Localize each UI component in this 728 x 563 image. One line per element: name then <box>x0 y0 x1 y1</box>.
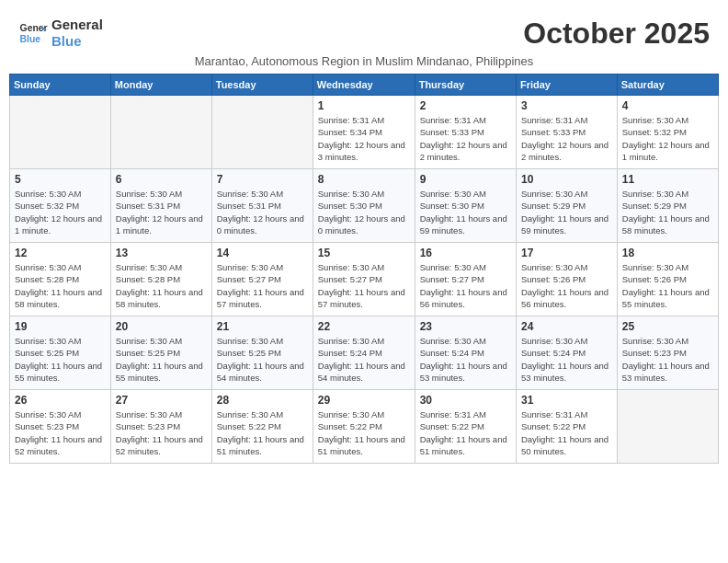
calendar-cell: 19Sunrise: 5:30 AMSunset: 5:25 PMDayligh… <box>10 316 111 390</box>
day-info: Sunrise: 5:30 AMSunset: 5:28 PMDaylight:… <box>15 261 106 310</box>
day-info: Sunrise: 5:31 AMSunset: 5:33 PMDaylight:… <box>521 114 612 163</box>
calendar-cell <box>617 390 718 464</box>
day-number: 19 <box>15 320 106 333</box>
calendar-week-3: 12Sunrise: 5:30 AMSunset: 5:28 PMDayligh… <box>10 243 719 316</box>
calendar-cell: 17Sunrise: 5:30 AMSunset: 5:26 PMDayligh… <box>516 243 617 316</box>
calendar-cell: 31Sunrise: 5:31 AMSunset: 5:22 PMDayligh… <box>516 390 617 464</box>
day-info: Sunrise: 5:31 AMSunset: 5:22 PMDaylight:… <box>521 408 612 457</box>
day-number: 14 <box>217 247 308 259</box>
calendar-body: 1Sunrise: 5:31 AMSunset: 5:34 PMDaylight… <box>10 96 719 464</box>
day-number: 22 <box>318 320 410 333</box>
day-info: Sunrise: 5:30 AMSunset: 5:28 PMDaylight:… <box>116 261 207 310</box>
day-info: Sunrise: 5:30 AMSunset: 5:26 PMDaylight:… <box>622 261 713 310</box>
day-info: Sunrise: 5:31 AMSunset: 5:22 PMDaylight:… <box>420 408 511 457</box>
day-info: Sunrise: 5:30 AMSunset: 5:29 PMDaylight:… <box>521 188 612 236</box>
calendar-cell: 23Sunrise: 5:30 AMSunset: 5:24 PMDayligh… <box>415 316 516 390</box>
day-number: 6 <box>116 173 207 186</box>
day-number: 9 <box>420 173 511 186</box>
day-number: 3 <box>521 99 612 112</box>
calendar-cell <box>110 96 211 169</box>
calendar-cell: 12Sunrise: 5:30 AMSunset: 5:28 PMDayligh… <box>10 243 111 316</box>
day-number: 26 <box>15 394 106 407</box>
day-info: Sunrise: 5:31 AMSunset: 5:34 PMDaylight:… <box>318 114 410 163</box>
calendar-cell: 5Sunrise: 5:30 AMSunset: 5:32 PMDaylight… <box>10 169 111 243</box>
calendar-cell: 21Sunrise: 5:30 AMSunset: 5:25 PMDayligh… <box>211 316 313 390</box>
day-number: 17 <box>521 247 612 259</box>
day-number: 5 <box>15 173 106 186</box>
calendar-cell: 15Sunrise: 5:30 AMSunset: 5:27 PMDayligh… <box>313 243 415 316</box>
day-number: 20 <box>116 320 207 333</box>
day-number: 1 <box>318 99 410 112</box>
day-number: 13 <box>116 247 207 259</box>
calendar-cell: 8Sunrise: 5:30 AMSunset: 5:30 PMDaylight… <box>313 169 415 243</box>
day-info: Sunrise: 5:30 AMSunset: 5:25 PMDaylight:… <box>15 335 106 384</box>
day-number: 7 <box>217 173 308 186</box>
day-info: Sunrise: 5:30 AMSunset: 5:23 PMDaylight:… <box>622 335 713 384</box>
day-number: 2 <box>420 99 511 112</box>
day-info: Sunrise: 5:30 AMSunset: 5:31 PMDaylight:… <box>116 188 207 236</box>
day-number: 10 <box>521 173 612 186</box>
calendar-cell: 3Sunrise: 5:31 AMSunset: 5:33 PMDaylight… <box>516 96 617 169</box>
day-info: Sunrise: 5:30 AMSunset: 5:29 PMDaylight:… <box>622 188 713 236</box>
day-header-wednesday: Wednesday <box>313 75 415 96</box>
subtitle: Marantao, Autonomous Region in Muslim Mi… <box>9 54 719 74</box>
calendar-cell: 9Sunrise: 5:30 AMSunset: 5:30 PMDaylight… <box>415 169 516 243</box>
day-number: 18 <box>622 247 713 259</box>
header-row: SundayMondayTuesdayWednesdayThursdayFrid… <box>10 75 719 96</box>
day-header-friday: Friday <box>516 75 617 96</box>
day-info: Sunrise: 5:31 AMSunset: 5:33 PMDaylight:… <box>420 114 511 163</box>
day-number: 11 <box>622 173 713 186</box>
svg-text:Blue: Blue <box>20 34 41 44</box>
day-number: 4 <box>622 99 713 112</box>
day-number: 21 <box>217 320 308 333</box>
day-info: Sunrise: 5:30 AMSunset: 5:30 PMDaylight:… <box>318 188 410 236</box>
logo-line1: General <box>51 17 103 33</box>
day-info: Sunrise: 5:30 AMSunset: 5:24 PMDaylight:… <box>318 335 410 384</box>
day-info: Sunrise: 5:30 AMSunset: 5:24 PMDaylight:… <box>420 335 511 384</box>
calendar-week-4: 19Sunrise: 5:30 AMSunset: 5:25 PMDayligh… <box>10 316 719 390</box>
calendar-week-1: 1Sunrise: 5:31 AMSunset: 5:34 PMDaylight… <box>10 96 719 169</box>
calendar-week-2: 5Sunrise: 5:30 AMSunset: 5:32 PMDaylight… <box>10 169 719 243</box>
day-info: Sunrise: 5:30 AMSunset: 5:26 PMDaylight:… <box>521 261 612 310</box>
calendar-cell: 14Sunrise: 5:30 AMSunset: 5:27 PMDayligh… <box>211 243 313 316</box>
day-number: 30 <box>420 394 511 407</box>
day-header-tuesday: Tuesday <box>211 75 313 96</box>
calendar-cell: 30Sunrise: 5:31 AMSunset: 5:22 PMDayligh… <box>415 390 516 464</box>
day-number: 27 <box>116 394 207 407</box>
logo: General Blue General Blue <box>18 17 103 50</box>
day-info: Sunrise: 5:30 AMSunset: 5:32 PMDaylight:… <box>15 188 106 236</box>
day-info: Sunrise: 5:30 AMSunset: 5:27 PMDaylight:… <box>217 261 308 310</box>
day-number: 24 <box>521 320 612 333</box>
title-section: October 2025 <box>523 17 710 51</box>
calendar-cell: 28Sunrise: 5:30 AMSunset: 5:22 PMDayligh… <box>211 390 313 464</box>
page-header: General Blue General Blue October 2025 <box>9 9 719 54</box>
calendar-cell: 1Sunrise: 5:31 AMSunset: 5:34 PMDaylight… <box>313 96 415 169</box>
calendar-cell: 7Sunrise: 5:30 AMSunset: 5:31 PMDaylight… <box>211 169 313 243</box>
calendar-cell: 24Sunrise: 5:30 AMSunset: 5:24 PMDayligh… <box>516 316 617 390</box>
day-info: Sunrise: 5:30 AMSunset: 5:24 PMDaylight:… <box>521 335 612 384</box>
calendar-cell: 27Sunrise: 5:30 AMSunset: 5:23 PMDayligh… <box>110 390 211 464</box>
calendar-cell: 20Sunrise: 5:30 AMSunset: 5:25 PMDayligh… <box>110 316 211 390</box>
day-info: Sunrise: 5:30 AMSunset: 5:23 PMDaylight:… <box>15 408 106 457</box>
calendar-cell: 16Sunrise: 5:30 AMSunset: 5:27 PMDayligh… <box>415 243 516 316</box>
calendar-table: SundayMondayTuesdayWednesdayThursdayFrid… <box>9 74 719 464</box>
day-info: Sunrise: 5:30 AMSunset: 5:32 PMDaylight:… <box>622 114 713 163</box>
calendar-cell <box>211 96 313 169</box>
calendar-cell: 10Sunrise: 5:30 AMSunset: 5:29 PMDayligh… <box>516 169 617 243</box>
day-info: Sunrise: 5:30 AMSunset: 5:25 PMDaylight:… <box>116 335 207 384</box>
day-info: Sunrise: 5:30 AMSunset: 5:27 PMDaylight:… <box>318 261 410 310</box>
day-number: 28 <box>217 394 308 407</box>
calendar-cell: 22Sunrise: 5:30 AMSunset: 5:24 PMDayligh… <box>313 316 415 390</box>
calendar-cell: 18Sunrise: 5:30 AMSunset: 5:26 PMDayligh… <box>617 243 718 316</box>
day-info: Sunrise: 5:30 AMSunset: 5:23 PMDaylight:… <box>116 408 207 457</box>
calendar-week-5: 26Sunrise: 5:30 AMSunset: 5:23 PMDayligh… <box>10 390 719 464</box>
calendar-cell: 25Sunrise: 5:30 AMSunset: 5:23 PMDayligh… <box>617 316 718 390</box>
day-number: 29 <box>318 394 410 407</box>
month-title: October 2025 <box>523 17 710 51</box>
day-number: 15 <box>318 247 410 259</box>
calendar-cell: 13Sunrise: 5:30 AMSunset: 5:28 PMDayligh… <box>110 243 211 316</box>
day-info: Sunrise: 5:30 AMSunset: 5:22 PMDaylight:… <box>318 408 410 457</box>
calendar-cell: 26Sunrise: 5:30 AMSunset: 5:23 PMDayligh… <box>10 390 111 464</box>
calendar-cell <box>10 96 111 169</box>
day-header-thursday: Thursday <box>415 75 516 96</box>
